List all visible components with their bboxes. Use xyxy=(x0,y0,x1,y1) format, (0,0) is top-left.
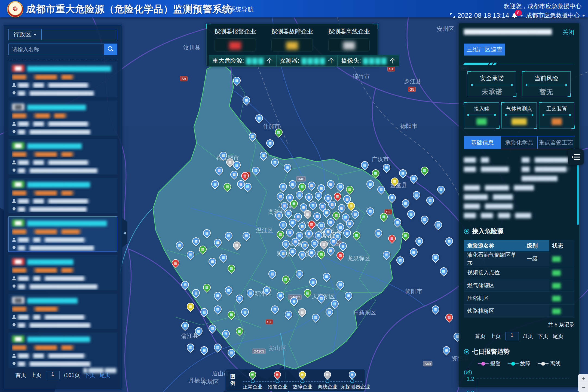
district-value-field[interactable] xyxy=(42,29,117,40)
enterprise-map-marker[interactable] xyxy=(282,162,293,173)
company-list-item[interactable]: ▇▇▇▇▇▇▇▇▇▇▇▇▇▇▇▇▇▇▇：【▇▇▇▇▇▇－▇▇▇】▇▇▇：▇▇▇（… xyxy=(8,139,117,174)
enterprise-map-marker[interactable] xyxy=(170,258,181,268)
enterprise-map-marker[interactable] xyxy=(287,246,298,257)
enterprise-map-marker[interactable] xyxy=(193,326,204,336)
hazard-table-row[interactable]: 视频接入点位▇▇ xyxy=(464,266,574,279)
detail-tab-重点监管工艺[interactable]: 重点监管工艺 xyxy=(538,136,574,149)
enterprise-map-marker[interactable] xyxy=(240,307,250,317)
enterprise-map-marker[interactable] xyxy=(308,277,318,287)
search-button[interactable] xyxy=(104,44,117,55)
enterprise-map-marker[interactable] xyxy=(365,206,376,217)
enterprise-map-marker[interactable] xyxy=(210,179,220,189)
enterprise-map-marker[interactable] xyxy=(294,189,305,200)
enterprise-map-marker[interactable] xyxy=(392,217,403,228)
enterprise-map-marker[interactable] xyxy=(267,268,278,279)
enterprise-map-marker[interactable] xyxy=(250,165,261,176)
enterprise-map-marker[interactable] xyxy=(419,165,430,176)
enterprise-map-marker[interactable] xyxy=(270,304,280,315)
enterprise-map-marker[interactable] xyxy=(343,290,354,301)
enterprise-map-marker[interactable] xyxy=(180,320,191,331)
3d-patrol-button[interactable]: 三维厂区巡查 xyxy=(464,44,505,56)
enterprise-map-marker[interactable] xyxy=(444,312,455,323)
close-panel-link[interactable]: 关闭 xyxy=(562,28,574,36)
enterprise-map-marker[interactable] xyxy=(381,249,392,260)
enterprise-map-marker[interactable] xyxy=(270,157,280,168)
enterprise-map-marker[interactable] xyxy=(400,198,411,209)
enterprise-map-marker[interactable] xyxy=(180,279,191,290)
company-list-item[interactable]: ▇▇▇▇▇▇▇▇▇▇▇▇▇▇▇▇▇▇▇▇▇：【▇▇▇▇▇▇－▇▇▇】▇▇▇：▇▇… xyxy=(8,178,117,213)
enterprise-map-marker[interactable] xyxy=(329,298,340,309)
company-list-item[interactable]: ▇▇▇▇▇▇▇▇▇▇▇▇▇▇▇▇▇▇：【▇▇▇▇▇▇】▇▇▇：▇▇（▇▇▇▇▇▇… xyxy=(8,294,117,329)
enterprise-map-marker[interactable] xyxy=(231,240,242,251)
enterprise-map-marker[interactable] xyxy=(376,184,387,195)
pagination-page-input[interactable]: 1 xyxy=(46,371,60,379)
enterprise-map-marker[interactable] xyxy=(304,192,314,203)
enterprise-map-marker[interactable] xyxy=(433,219,444,230)
enterprise-map-marker[interactable] xyxy=(297,181,308,192)
enterprise-map-marker[interactable] xyxy=(241,95,252,106)
enterprise-map-marker[interactable] xyxy=(370,168,381,179)
enterprise-map-marker[interactable] xyxy=(201,228,212,238)
chart-legend-item[interactable]: 故障 xyxy=(508,360,531,367)
detail-tab-基础信息[interactable]: 基础信息 xyxy=(464,136,501,149)
enterprise-map-marker[interactable] xyxy=(297,307,308,317)
enterprise-map-marker[interactable] xyxy=(373,228,384,238)
enterprise-map-marker[interactable] xyxy=(297,221,308,232)
enterprise-map-marker[interactable] xyxy=(240,170,250,181)
pagination-next[interactable]: 下页 xyxy=(537,333,548,340)
pagination-prev[interactable]: 上页 xyxy=(31,372,42,379)
enterprise-map-marker[interactable] xyxy=(280,274,291,285)
enterprise-map-marker[interactable] xyxy=(275,290,286,301)
enterprise-map-marker[interactable] xyxy=(212,342,223,353)
enterprise-map-marker[interactable] xyxy=(430,304,441,315)
pagination-last[interactable]: 尾页 xyxy=(553,333,564,340)
fullscreen-icon[interactable] xyxy=(450,13,455,18)
company-list-item[interactable]: ▇▇▇▇▇▇▇▇▇▇▇▇▇▇▇▇▇▇▇▇▇：【▇▇▇▇▇▇－▇▇▇】▇▇▇：▇▇… xyxy=(8,332,117,368)
enterprise-map-marker[interactable] xyxy=(306,247,317,258)
enterprise-map-marker[interactable] xyxy=(222,181,233,192)
enterprise-map-marker[interactable] xyxy=(289,296,299,307)
enterprise-map-marker[interactable] xyxy=(174,240,185,251)
enterprise-map-marker[interactable] xyxy=(411,189,422,200)
enterprise-map-marker[interactable] xyxy=(335,279,346,290)
company-list-item[interactable]: ▇▇▇▇▇▇▇▇▇▇▇▇▇▇▇▇▇▇▇▇▇▇▇▇▇：【▇▇▇▇▇▇－▇▇▇▇▇】… xyxy=(8,216,117,252)
company-list-item[interactable]: ▇▇▇▇▇▇▇▇▇▇▇▇▇▇▇▇▇：【▇▇▇▇▇▇－▇▇▇】▇▇▇：▇▇（▇▇▇… xyxy=(8,255,117,290)
enterprise-map-marker[interactable] xyxy=(332,191,343,202)
enterprise-map-marker[interactable] xyxy=(278,181,289,192)
enterprise-map-marker[interactable] xyxy=(185,249,196,260)
enterprise-map-marker[interactable] xyxy=(381,162,392,173)
enterprise-map-marker[interactable] xyxy=(258,150,269,161)
enterprise-map-marker[interactable] xyxy=(214,165,225,176)
enterprise-map-marker[interactable] xyxy=(199,345,210,356)
enterprise-map-marker[interactable] xyxy=(254,113,265,124)
enterprise-map-marker[interactable] xyxy=(395,255,406,266)
enterprise-map-marker[interactable] xyxy=(185,301,196,312)
enterprise-map-marker[interactable] xyxy=(275,191,286,202)
enterprise-map-marker[interactable] xyxy=(278,248,289,259)
enterprise-map-marker[interactable] xyxy=(287,179,298,189)
enterprise-map-marker[interactable] xyxy=(335,250,346,261)
enterprise-map-marker[interactable] xyxy=(234,293,245,304)
enterprise-map-marker[interactable] xyxy=(365,179,376,189)
enterprise-map-marker[interactable] xyxy=(306,180,317,191)
enterprise-map-marker[interactable] xyxy=(351,230,362,241)
enterprise-map-marker[interactable] xyxy=(299,240,310,251)
enterprise-map-marker[interactable] xyxy=(316,249,327,260)
enterprise-map-marker[interactable] xyxy=(389,176,400,187)
enterprise-map-marker[interactable] xyxy=(344,184,355,195)
enterprise-map-marker[interactable] xyxy=(335,181,346,192)
detail-tab-危险化学品[interactable]: 危险化学品 xyxy=(501,136,538,149)
enterprise-map-marker[interactable] xyxy=(425,195,436,206)
company-list-item[interactable]: ▇▇▇▇▇▇▇▇▇▇▇▇▇▇▇▇▇▇▇▇：【▇▇▇▇－▇▇▇】▇▇▇：▇▇▇（▇… xyxy=(8,100,117,136)
enterprise-map-marker[interactable] xyxy=(310,312,321,323)
panel-scrollbar[interactable] xyxy=(577,160,579,225)
enterprise-map-marker[interactable] xyxy=(302,287,313,298)
enterprise-map-marker[interactable] xyxy=(223,285,234,296)
hazard-table-row[interactable]: 铁路栈桥区▇▇ xyxy=(464,305,574,317)
enterprise-map-marker[interactable] xyxy=(297,249,308,260)
enterprise-map-marker[interactable] xyxy=(197,244,208,255)
enterprise-map-marker[interactable] xyxy=(226,309,237,320)
enterprise-map-marker[interactable] xyxy=(241,230,252,241)
enterprise-map-marker[interactable] xyxy=(304,228,314,239)
enterprise-map-marker[interactable] xyxy=(387,233,397,244)
